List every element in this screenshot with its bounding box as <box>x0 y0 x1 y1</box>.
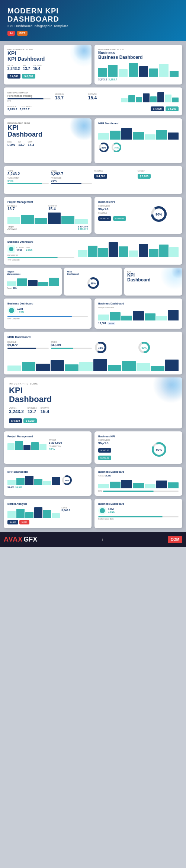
business-kpi-slide: Business KPI CUSTOMERS 95,718 REVENUE $ … <box>94 197 182 234</box>
ai-badge: AI <box>7 31 15 36</box>
mrr-donut: 80% <box>87 277 100 290</box>
mrr-bars <box>98 127 179 140</box>
stats-slide-1: MRR DASHBOARD Performance tracking 84% K… <box>4 87 182 115</box>
biz-dash-5: Business Dashboard 12M +199 Performance:… <box>94 499 182 528</box>
gfx-text: GFX <box>23 536 37 543</box>
mrr-dash-2: MRR Dashboard $9,400 $4,300 <box>4 467 92 496</box>
price-tag-4: $ 6,200 <box>166 106 179 111</box>
section-row-3: INFOGRAPHIC SLIDE KPIDashboard RISK LOW … <box>4 118 182 163</box>
biz-price-2: $ 300.00 <box>113 216 126 221</box>
section-row-5: Project Management KPI INDEX 13.7 GROWTH… <box>4 197 182 234</box>
kpi-num-1: KPI INDEX 13.7 <box>55 93 84 100</box>
stat-price-2: TARGET $ 6,200 <box>138 170 179 184</box>
pbar-2 <box>51 183 92 184</box>
section-row-12: MRR Dashboard $9,400 $4,300 <box>4 467 182 496</box>
biz-price-1: $ 100.00 <box>98 216 111 221</box>
biz-pbar <box>7 257 74 258</box>
stats-pct-slide: TOTAL 3,243.2 TARGET MET 84% VALUE 3,292… <box>4 166 182 194</box>
mrr-pie-2: 63% <box>138 341 151 354</box>
biz-stats: 3,243.2 3,292.7 <box>98 78 179 81</box>
biz-dash-2: Business Dashboard 12M +199 80% Complete <box>4 299 92 329</box>
footer-watermark: AVAX GFX | COM <box>0 532 186 547</box>
biz-kpi-wide: Business KPI CUSTOMERS 95,718 $ 100.00 $… <box>94 431 182 464</box>
progress-1 <box>7 98 51 99</box>
kpi-num-2: GROWTH 15.4 <box>88 93 117 100</box>
project-wide: Project Management TARGET $ 304,000 COMP… <box>4 431 92 464</box>
biz-chart-area <box>98 62 179 77</box>
stat-block-1: VALUE 3,243.2 <box>7 64 20 71</box>
com-badge: COM <box>168 536 182 543</box>
price-tags-row: $ 4,500 $ 6,200 <box>151 105 179 111</box>
page-header: MODERN KPI DASHBOARD KPI Dashboard Infog… <box>0 0 186 41</box>
svg-text:90%: 90% <box>155 213 162 216</box>
svg-text:80%: 80% <box>90 282 96 285</box>
avaxgfx-logo: AVAX GFX <box>4 536 37 543</box>
biz-heading: BusinessBusiness Dashboard <box>98 51 179 60</box>
stat-block-2: KPI 13.7 <box>23 64 30 71</box>
svg-text:72%: 72% <box>98 347 103 349</box>
project-mgmt-slide: Project Management KPI INDEX 13.7 GROWTH… <box>4 197 92 234</box>
kpi-heading-1: KPIKPI Dashboard <box>7 51 88 62</box>
kpi-dashboard-slide-1: INFOGRAPHIC SLIDE KPIKPI Dashboard VALUE… <box>4 45 92 84</box>
kpi-stat-row: RISK LOW IDX 13.7 GRW 15.4 <box>7 141 88 147</box>
svg-text:70%: 70% <box>114 147 119 149</box>
progress-fill-1 <box>7 98 44 99</box>
bar-chart-mini <box>121 91 179 102</box>
mrr-mini-donut: 64% <box>61 475 73 486</box>
market-analysis-slide: Market Analysis $ 4,500 $8,100 <box>4 499 92 528</box>
section-row-1: INFOGRAPHIC SLIDE KPIKPI Dashboard VALUE… <box>4 45 182 84</box>
pbar-1 <box>7 183 49 184</box>
stat-main-1: TOTAL 3,243.2 TARGET MET 84% <box>7 170 49 184</box>
avax-text: AVAX <box>4 536 23 543</box>
mrr-wide-slide: MRR Dashboard REVENUE $9,072 SALES $4,50… <box>4 332 182 374</box>
page-subtitle: KPI Dashboard Infographic Template <box>7 24 179 28</box>
biz-wide-bars <box>78 240 179 257</box>
section-row-13: Market Analysis $ 4,500 $8,100 <box>4 499 182 528</box>
bar-chart-1 <box>98 62 179 77</box>
biz-kpi-donut: 90% <box>151 441 167 458</box>
svg-text:63%: 63% <box>141 347 147 349</box>
donut-chart-1: 80% <box>98 142 109 153</box>
section-row-8: Business Dashboard 12M +199 80% Complete… <box>4 299 182 329</box>
watermark-divider: | <box>102 538 103 541</box>
stat-block-3: GROWTH 15.4 <box>33 64 42 71</box>
mrr-slide-sm: MRR Dashboard 80% <box>94 118 182 163</box>
stats-inner: MRR DASHBOARD Performance tracking 84% K… <box>7 91 179 102</box>
biz-dash-4: Business Dashboard VALUE: 18,581 67% <box>94 467 182 496</box>
mrr-pie-1: 72% <box>94 341 107 354</box>
price-tag-3: $ 4,500 <box>151 106 164 111</box>
mrr-sm-slide: MRRDashboard 80% <box>64 268 122 296</box>
three-col-row: ProjectManagement Target: 90% MRRDashboa… <box>4 268 182 296</box>
donut-chart-large: 90% <box>150 205 168 223</box>
mrr-label-area: MRR DASHBOARD Performance tracking 84% <box>7 92 51 102</box>
rev-tag-2: $ 6,200 <box>138 174 151 179</box>
main-content: INFOGRAPHIC SLIDE KPIKPI Dashboard VALUE… <box>0 41 186 532</box>
price-row-1: REVENUE 3,243.2 CUSTOMERS 3,292.7 $ 4,50… <box>7 105 179 111</box>
kpi-sm-slide: KPI KPIDashboard <box>124 268 182 296</box>
svg-text:90%: 90% <box>156 448 162 451</box>
badge-row: AI PPT <box>7 31 179 36</box>
donut-chart-2: 70% <box>111 142 122 153</box>
rev-tag-1: $ 4,500 <box>94 174 107 179</box>
page-title: MODERN KPI DASHBOARD <box>7 7 179 23</box>
biz-dash-wide: Business Dashboard CLIENTS 12M NEW +199 <box>4 237 182 265</box>
section-row-11: Project Management TARGET $ 304,000 COMP… <box>4 431 182 464</box>
business-dashboard-slide-1: INFOGRAPHIC SLIDE BusinessBusiness Dashb… <box>94 45 182 84</box>
ppt-badge: PPT <box>17 31 28 36</box>
kpi-large-slide: INFOGRAPHIC SLIDE KPIDashboard RISK LOW … <box>4 118 92 163</box>
proj-bars <box>7 213 88 224</box>
price-tag-1: $ 4,500 <box>7 74 20 79</box>
kpi-feature-slide: INFOGRAPHIC SLIDE KPIDashboard VALUE 1 3… <box>4 377 182 428</box>
stat-price-1: REVENUE $ 4,500 <box>94 170 135 184</box>
stat-main-2: VALUE 3,292.7 PROGRESS 75% <box>51 170 92 184</box>
svg-text:64%: 64% <box>65 479 70 482</box>
svg-text:80%: 80% <box>102 147 106 149</box>
four-stats: TOTAL 3,243.2 TARGET MET 84% VALUE 3,292… <box>7 170 179 184</box>
project-slide-sm: ProjectManagement Target: 90% <box>4 268 62 296</box>
price-tag-2: $ 6,200 <box>22 74 35 79</box>
biz-dash-3: Business Dashboard Analytics Overview 18… <box>94 299 182 329</box>
